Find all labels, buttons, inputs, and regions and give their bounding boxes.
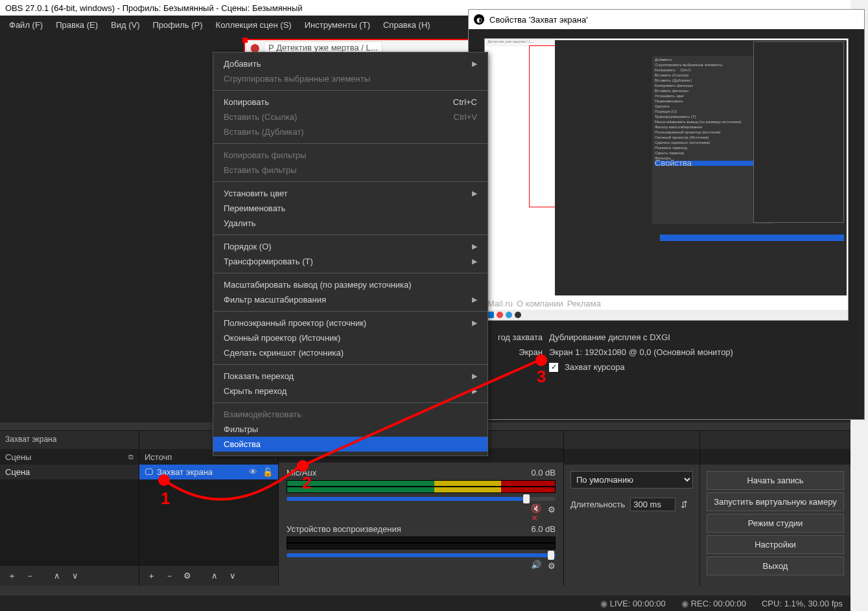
ctx-paste-ref: Вставить (Ссылка)Ctrl+V [213,110,487,124]
mixer-ch-db: 6.0 dB [531,524,556,534]
studio-mode-button[interactable]: Режим студии [707,514,844,533]
preview-label: Захват экрана [0,431,139,449]
scene-item[interactable]: Сцена [0,465,139,479]
annotation-dot-2 [297,460,309,472]
audio-meter [287,543,556,549]
screen-value[interactable]: Экран 1: 1920x1080 @ 0,0 (Основной монит… [549,347,849,357]
menu-tools[interactable]: Инструменты (T) [298,17,377,32]
channel-settings-icon[interactable]: ⚙ [548,561,556,571]
remove-source-button[interactable]: － [163,570,176,582]
annotation-number-1: 1 [161,489,170,509]
obs-icon: ◐ [474,14,484,25]
audio-meter [287,487,556,493]
duration-label: Длительность [570,500,625,509]
mixer-ch-db: 0.0 dB [531,468,556,478]
capture-method-value[interactable]: Дублирование дисплея с DXGI [549,332,849,342]
audio-meter [287,536,556,543]
source-settings-button[interactable]: ⚙ [181,570,194,582]
properties-titlebar[interactable]: ◐ Свойства 'Захват экрана' [469,10,864,29]
controls-dock: Начать запись Запустить виртуальную каме… [700,431,850,586]
ctx-order[interactable]: Порядок (O)▶ [213,239,487,254]
visibility-icon[interactable]: 👁 [249,467,257,477]
add-scene-button[interactable]: ＋ [5,570,18,582]
ctx-group: Сгруппировать выбранные элементы [213,71,487,86]
ctx-remove[interactable]: Удалить [213,216,487,231]
ctx-add[interactable]: Добавить▶ [213,56,487,71]
menu-view[interactable]: Вид (V) [104,17,146,32]
sources-toolbar: ＋ － ⚙ ∧ ∨ [139,565,278,586]
settings-button[interactable]: Настройки [707,535,844,554]
exit-button[interactable]: Выход [707,557,844,575]
ctx-filters[interactable]: Фильтры [213,422,487,437]
mixer-channel-playback: Устройство воспроизведения6.0 dB 🔊⚙ [287,524,556,571]
scene-up-button[interactable]: ∧ [51,570,64,582]
start-virtual-cam-button[interactable]: Запустить виртуальную камеру [707,492,844,511]
ctx-copy-filters: Копировать фильтры [213,148,487,163]
transition-select[interactable]: По умолчанию [570,471,693,489]
menu-file[interactable]: Файл (F) [3,17,49,32]
volume-slider[interactable] [287,553,556,557]
ctx-paste-filters: Вставить фильтры [213,163,487,178]
ctx-copy[interactable]: КопироватьCtrl+C [213,95,487,110]
scenes-toolbar: ＋ － ∧ ∨ [0,565,139,586]
mixer-ch-name: Устройство воспроизведения [287,524,401,534]
scene-down-button[interactable]: ∨ [69,570,82,582]
status-live: LIVE: 00:00:00 [600,599,666,608]
properties-preview: Детектив уже мертва / L... ДобавитьСгруп… [484,38,849,321]
duration-input[interactable] [630,498,675,511]
ctx-screenshot[interactable]: Сделать скриншот (источника) [213,345,487,360]
ctx-hide-transition[interactable]: Скрыть переход▶ [213,384,487,398]
ctx-interact: Взаимодействовать [213,407,487,422]
ctx-show-transition[interactable]: Показать переход▶ [213,369,487,384]
status-bar: LIVE: 00:00:00 REC: 00:00:00 CPU: 1.1%, … [0,595,850,611]
properties-title-text: Свойства 'Захват экрана' [489,15,588,25]
ctx-transform[interactable]: Трансформировать (T)▶ [213,254,487,269]
lock-icon[interactable]: 🔓 [263,467,273,477]
popout-icon[interactable]: ⧉ [128,453,134,461]
menu-scene-collection[interactable]: Коллекция сцен (S) [209,17,298,32]
ctx-paste-dup: Вставить (Дубликат) [213,124,487,139]
ctx-windowed-proj[interactable]: Оконный проектор (Источник) [213,330,487,345]
capture-method-label: год захвата [484,332,543,342]
annotation-dot-1 [158,474,170,486]
mute-icon[interactable]: 🔇✕ [531,503,543,515]
transitions-dock: По умолчанию Длительность ⇵ [564,431,700,586]
screen-label: Экран [484,347,543,357]
capture-cursor-label: Захват курсора [565,362,625,372]
ctx-fullscreen-proj[interactable]: Полноэкранный проектор (источник)▶ [213,316,487,330]
properties-window[interactable]: ◐ Свойства 'Захват экрана' Детектив уже … [468,9,865,420]
source-context-menu: Добавить▶ Сгруппировать выбранные элемен… [213,52,488,456]
scenes-dock: Захват экрана Сцены⧉ Сцена ＋ － ∧ ∨ [0,431,139,586]
mixer-channel-mic: Mic/Aux0.0 dB 🔇✕⚙ [287,468,556,515]
menu-help[interactable]: Справка (H) [377,17,437,32]
monitor-icon: 🖵 [145,467,153,477]
source-down-button[interactable]: ∨ [226,570,239,582]
menu-edit[interactable]: Правка (E) [49,17,104,32]
channel-settings-icon[interactable]: ⚙ [548,505,556,514]
ctx-fit-output[interactable]: Масштабировать вывод (по размеру источни… [213,277,487,292]
annotation-number-2: 2 [302,473,311,493]
remove-scene-button[interactable]: － [23,570,36,582]
source-up-button[interactable]: ∧ [208,570,221,582]
ctx-set-color[interactable]: Установить цвет▶ [213,186,487,201]
ctx-rename[interactable]: Переименовать [213,201,487,216]
annotation-number-3: 3 [537,367,546,387]
speaker-icon[interactable]: 🔊 [531,560,543,571]
annotation-dot-3 [535,354,547,366]
scenes-header: Сцены [5,452,31,462]
stepper-icon[interactable]: ⇵ [681,500,688,509]
window-title-text: OBS 27.0.1 (64-bit, windows) - Профиль: … [5,3,303,13]
audio-meter [287,480,556,487]
status-rec: REC: 00:00:00 [681,599,746,608]
ctx-properties[interactable]: Свойства [213,437,487,452]
sources-header: Источп [145,452,172,462]
ctx-scale-filter[interactable]: Фильтр масштабирования▶ [213,292,487,307]
add-source-button[interactable]: ＋ [145,570,158,582]
start-recording-button[interactable]: Начать запись [707,471,844,490]
menu-profile[interactable]: Профиль (P) [147,17,209,32]
status-cpu: CPU: 1.1%, 30.00 fps [762,599,843,608]
capture-cursor-checkbox[interactable]: ✓ [549,363,558,372]
volume-slider[interactable] [287,497,556,501]
